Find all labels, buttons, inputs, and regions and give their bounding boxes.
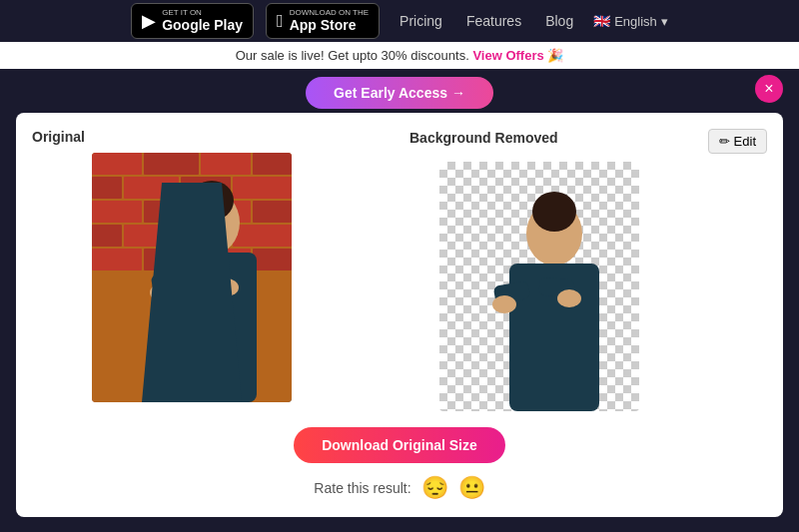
svg-rect-25	[196, 266, 232, 287]
svg-rect-23	[167, 253, 257, 402]
svg-rect-20	[253, 249, 292, 270]
google-play-top: GET IT ON	[162, 8, 243, 18]
svg-point-27	[215, 278, 239, 296]
sale-banner: Our sale is live! Get upto 30% discounts…	[0, 42, 799, 69]
bg-removed-col: Background Removed ✏ Edit	[409, 129, 767, 411]
view-offers-link[interactable]: View Offers	[472, 48, 543, 63]
svg-rect-15	[181, 225, 231, 247]
svg-rect-5	[92, 177, 122, 199]
svg-rect-2	[144, 153, 199, 175]
svg-rect-18	[144, 249, 199, 270]
sad-emoji-button[interactable]: 😔	[421, 475, 448, 501]
language-selector[interactable]: 🇬🇧 English ▾	[593, 13, 668, 29]
svg-point-22	[190, 181, 234, 221]
original-col: Original	[32, 129, 390, 402]
main-content-panel: Original	[16, 113, 783, 517]
apple-icon: 	[277, 11, 284, 32]
early-access-button[interactable]: Get Early Access →	[306, 77, 493, 109]
svg-rect-10	[144, 201, 199, 223]
svg-rect-24	[151, 269, 189, 293]
original-image	[92, 153, 292, 402]
rate-section: Rate this result: 😔 😐	[314, 475, 484, 501]
sale-emoji: 🎉	[547, 48, 563, 63]
bg-removed-image	[439, 162, 639, 411]
google-play-label: Google Play	[162, 17, 243, 34]
svg-rect-14	[124, 225, 179, 247]
close-button[interactable]: ×	[755, 75, 783, 103]
svg-rect-16	[233, 225, 292, 247]
svg-rect-17	[92, 249, 142, 270]
svg-rect-13	[92, 225, 122, 247]
google-play-icon: ▶	[142, 10, 156, 32]
svg-rect-3	[201, 153, 251, 175]
svg-rect-8	[233, 177, 292, 199]
edit-label: Edit	[734, 134, 756, 149]
svg-point-29	[532, 192, 576, 232]
edit-pencil-icon: ✏	[719, 134, 730, 149]
edit-button[interactable]: ✏ Edit	[708, 129, 767, 154]
header: ▶ GET IT ON Google Play  Download on th…	[0, 0, 799, 42]
app-store-top: Download on the	[290, 8, 369, 18]
svg-rect-9	[92, 201, 142, 223]
rate-label: Rate this result:	[314, 480, 410, 496]
svg-rect-12	[253, 201, 292, 223]
chevron-down-icon: ▾	[661, 14, 668, 29]
nav-links: Pricing Features Blog	[400, 13, 573, 29]
early-access-bar: Get Early Access →	[0, 69, 799, 113]
app-store-label: App Store	[290, 17, 369, 34]
nav-pricing[interactable]: Pricing	[400, 13, 442, 29]
svg-point-33	[492, 295, 516, 313]
action-area: Download Original Size Rate this result:…	[32, 427, 767, 501]
original-label: Original	[32, 129, 390, 145]
svg-rect-1	[92, 153, 142, 175]
bg-removed-header: Background Removed ✏ Edit	[409, 129, 767, 154]
language-label: English	[614, 14, 657, 29]
flag-icon: 🇬🇧	[593, 13, 610, 29]
svg-point-34	[557, 289, 581, 307]
images-section: Original	[32, 129, 767, 411]
bg-removed-label: Background Removed	[409, 130, 558, 146]
nav-blog[interactable]: Blog	[545, 13, 573, 29]
main-wrapper: × Original	[0, 113, 799, 517]
download-button[interactable]: Download Original Size	[294, 427, 505, 463]
svg-rect-6	[124, 177, 179, 199]
neutral-emoji-button[interactable]: 😐	[458, 475, 485, 501]
google-play-button[interactable]: ▶ GET IT ON Google Play	[131, 3, 254, 39]
nav-features[interactable]: Features	[466, 13, 521, 29]
svg-rect-4	[253, 153, 292, 175]
svg-point-26	[150, 283, 174, 301]
sale-text: Our sale is live! Get upto 30% discounts…	[236, 48, 469, 63]
app-store-button[interactable]:  Download on the App Store	[266, 3, 380, 39]
